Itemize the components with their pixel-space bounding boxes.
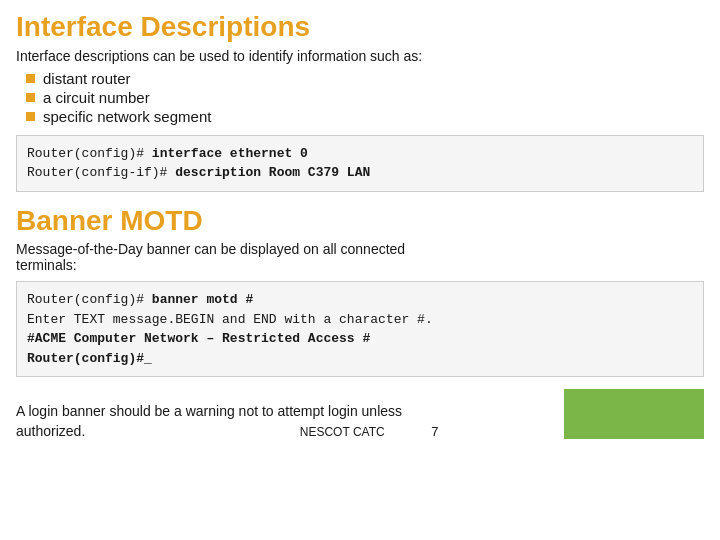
code-line2-bold: description Room C379 LAN bbox=[175, 165, 370, 180]
code2-line1-normal: Router(config)# bbox=[27, 292, 152, 307]
code2-line1-bold: banner motd # bbox=[152, 292, 253, 307]
section2-title: Banner MOTD bbox=[16, 204, 704, 238]
code-line2-normal: Router(config-if)# bbox=[27, 165, 175, 180]
code-line1-normal: Router(config)# bbox=[27, 146, 152, 161]
green-decorative-box bbox=[564, 389, 704, 439]
code2-line2b: and bbox=[222, 312, 245, 327]
bottom-line2: authorized. NESCOT CATC 7 bbox=[16, 423, 439, 439]
section2-desc2-text: terminals: bbox=[16, 257, 77, 273]
section2: Banner MOTD Message-of-the-Day banner ca… bbox=[16, 204, 704, 390]
bullet-list: distant router a circuit number specific… bbox=[26, 70, 704, 125]
code-line1: Router(config)# interface ethernet 0 bbox=[27, 144, 693, 164]
list-item: a circuit number bbox=[26, 89, 704, 106]
code-line2: Router(config-if)# description Room C379… bbox=[27, 163, 693, 183]
footer-brand: NESCOT CATC bbox=[300, 425, 385, 439]
section1-code-block: Router(config)# interface ethernet 0 Rou… bbox=[16, 135, 704, 192]
page: Interface Descriptions Interface descrip… bbox=[0, 0, 720, 540]
list-item: specific network segment bbox=[26, 108, 704, 125]
bottom-line2-text: authorized. bbox=[16, 423, 85, 439]
section2-desc1: Message-of-the-Day banner can be display… bbox=[16, 241, 704, 273]
bullet-icon bbox=[26, 74, 35, 83]
bottom-text: A login banner should be a warning not t… bbox=[16, 399, 439, 439]
code2-line2a: Enter TEXT message.BEGIN bbox=[27, 312, 222, 327]
list-item: distant router bbox=[26, 70, 704, 87]
bullet-text: a circuit number bbox=[43, 89, 150, 106]
code2-line3-bold: #ACME Computer Network – Restricted Acce… bbox=[27, 331, 370, 346]
code2-line2c: END with a character #. bbox=[245, 312, 432, 327]
code2-line1: Router(config)# banner motd # bbox=[27, 290, 693, 310]
code-line1-bold: interface ethernet 0 bbox=[152, 146, 308, 161]
code2-line2: Enter TEXT message.BEGIN and END with a … bbox=[27, 310, 693, 330]
bullet-icon bbox=[26, 93, 35, 102]
section1: Interface Descriptions Interface descrip… bbox=[16, 10, 704, 204]
code2-line4-bold: Router(config)#_ bbox=[27, 351, 152, 366]
bottom-area: A login banner should be a warning not t… bbox=[16, 389, 704, 439]
code2-line3: #ACME Computer Network – Restricted Acce… bbox=[27, 329, 693, 349]
section2-desc1-text: Message-of-the-Day banner can be display… bbox=[16, 241, 405, 257]
code2-line4: Router(config)#_ bbox=[27, 349, 693, 369]
bullet-text: specific network segment bbox=[43, 108, 211, 125]
bullet-icon bbox=[26, 112, 35, 121]
footer-page: 7 bbox=[431, 424, 438, 439]
bottom-line1: A login banner should be a warning not t… bbox=[16, 403, 439, 419]
bullet-text: distant router bbox=[43, 70, 131, 87]
section1-subtitle: Interface descriptions can be used to id… bbox=[16, 48, 704, 64]
section2-code-block: Router(config)# banner motd # Enter TEXT… bbox=[16, 281, 704, 377]
section1-title: Interface Descriptions bbox=[16, 10, 704, 44]
